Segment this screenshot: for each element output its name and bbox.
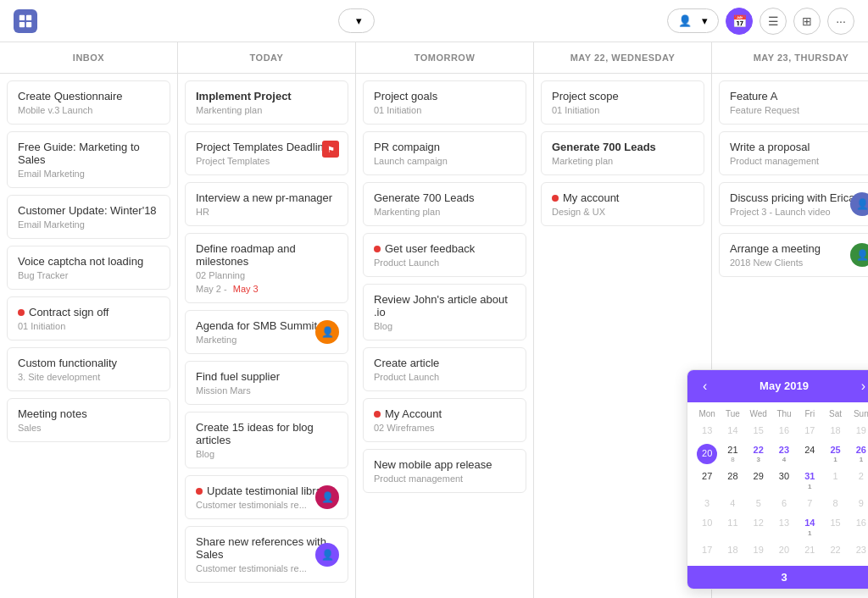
calendar-month-title: May 2019 <box>760 379 809 392</box>
calendar-day[interactable]: 19 <box>746 541 771 559</box>
calendar-day[interactable]: 4 <box>720 495 745 512</box>
calendar-day[interactable]: 7 <box>797 495 822 512</box>
card-today-2[interactable]: Interview a new pr-managerHR <box>185 182 348 226</box>
calendar-day[interactable]: 13 <box>694 422 720 440</box>
card-subtitle: Feature Request <box>730 105 868 115</box>
card-inbox-0[interactable]: Create QuestionnaireMobile v.3 Launch <box>7 80 170 125</box>
calendar-day[interactable]: 27 <box>694 468 720 492</box>
card-inbox-5[interactable]: Custom functionality3. Site development <box>7 347 170 391</box>
card-may22-1[interactable]: Generate 700 LeadsMarketing plan <box>541 131 704 175</box>
card-tomorrow-6[interactable]: My Account02 Wireframes <box>363 398 526 442</box>
card-inbox-2[interactable]: Customer Update: Winter'18Email Marketin… <box>7 195 170 239</box>
calendar-day[interactable]: 223 <box>746 441 771 466</box>
calendar-day[interactable]: 5 <box>746 495 771 512</box>
card-tomorrow-2[interactable]: Generate 700 LeadsMarkenting plan <box>363 182 526 226</box>
calendar-prev-button[interactable]: ‹ <box>699 379 710 394</box>
more-options-button[interactable]: ··· <box>827 8 854 35</box>
dropdown-arrow-icon: ▾ <box>702 14 708 27</box>
calendar-day[interactable]: 261 <box>849 441 868 466</box>
calendar-day[interactable]: 15 <box>746 422 771 440</box>
calendar-day[interactable]: 1 <box>822 468 848 492</box>
card-tomorrow-1[interactable]: PR compaignLaunch campaign <box>363 131 526 175</box>
card-subtitle: 02 Wireframes <box>374 423 515 433</box>
app-logo <box>14 9 37 33</box>
card-title: Create article <box>374 357 515 369</box>
calendar-day[interactable]: 22 <box>822 541 848 559</box>
card-inbox-3[interactable]: Voice captcha not loadingBug Tracker <box>7 246 170 290</box>
card-title: Contract sign off <box>18 306 159 318</box>
calendar-next-button[interactable]: › <box>858 379 868 394</box>
card-subtitle: Project 3 - Launch video <box>730 207 868 217</box>
calendar-day[interactable]: 12 <box>746 514 771 539</box>
calendar-day[interactable]: 24 <box>797 441 822 466</box>
calendar-view-button[interactable]: 📅 <box>726 8 753 35</box>
card-title: New mobile app release <box>374 458 515 471</box>
card-inbox-6[interactable]: Meeting notesSales <box>7 398 170 442</box>
calendar-day[interactable]: 2 <box>849 468 868 492</box>
calendar-day[interactable]: 234 <box>771 441 797 466</box>
calendar-day[interactable]: 18 <box>822 422 848 440</box>
card-title: Project Templates Deadline <box>196 141 337 153</box>
calendar-day[interactable]: 17 <box>797 422 822 440</box>
card-subtitle: Launch campaign <box>374 156 515 166</box>
calendar-day[interactable]: 10 <box>694 514 720 539</box>
card-today-8[interactable]: Share new references with SalesCustomer … <box>185 526 348 583</box>
card-may23-2[interactable]: Discuss pricing with EricaProject 3 - La… <box>719 182 868 226</box>
calendar-day[interactable]: 141 <box>797 514 822 539</box>
card-may23-3[interactable]: Arrange a meeting2018 New Clients👤 <box>719 233 868 277</box>
card-tomorrow-4[interactable]: Review John's article about .ioBlog <box>363 284 526 341</box>
calendar-day[interactable]: 23 <box>849 541 868 559</box>
calendar-day[interactable]: 19 <box>849 422 868 440</box>
calendar-day[interactable]: 15 <box>822 514 848 539</box>
calendar-day[interactable]: 251 <box>822 441 848 466</box>
calendar-day[interactable]: 16 <box>849 514 868 539</box>
column-inbox: INBOXCreate QuestionnaireMobile v.3 Laun… <box>0 42 178 598</box>
card-today-4[interactable]: Agenda for SMB SummitMarketing👤 <box>185 310 348 354</box>
calendar-day[interactable]: 20 <box>771 541 797 559</box>
grid-view-button[interactable]: ⊞ <box>793 8 821 35</box>
card-title: Interview a new pr-manager <box>196 191 337 204</box>
calendar-day[interactable]: 6 <box>771 495 797 512</box>
calendar-days-header: MonTueWedThuFriSatSun <box>694 409 868 418</box>
card-tomorrow-5[interactable]: Create articleProduct Launch <box>363 347 526 391</box>
card-today-7[interactable]: Update testimonial libraryCustomer testi… <box>185 475 348 519</box>
calendar-day[interactable]: 311 <box>797 468 822 492</box>
card-today-5[interactable]: Find fuel supplierMission Mars <box>185 361 348 405</box>
card-tomorrow-3[interactable]: Get user feedbackProduct Launch <box>363 233 526 277</box>
card-subtitle: 02 Planning <box>196 270 337 280</box>
calendar-day[interactable]: 16 <box>771 422 797 440</box>
column-today: TODAYImplement ProjectMarkenting planPro… <box>178 42 356 598</box>
calendar-day[interactable]: 28 <box>720 468 745 492</box>
view-for-button[interactable]: 👤 ▾ <box>667 8 719 33</box>
card-inbox-4[interactable]: Contract sign off01 Initiation <box>7 296 170 341</box>
calendar-day[interactable]: 13 <box>771 514 797 539</box>
card-may22-2[interactable]: My accountDesign & UX <box>541 182 704 226</box>
card-today-1[interactable]: Project Templates DeadlineProject Templa… <box>185 131 348 175</box>
card-tomorrow-0[interactable]: Project goals01 Initiation <box>363 80 526 125</box>
calendar-day[interactable]: 21 <box>797 541 822 559</box>
card-may23-0[interactable]: Feature AFeature Request <box>719 80 868 125</box>
calendar-day[interactable]: 3 <box>694 495 720 512</box>
card-may22-0[interactable]: Project scope01 Initiation <box>541 80 704 125</box>
calendar-day[interactable]: 9 <box>849 495 868 512</box>
card-today-6[interactable]: Create 15 ideas for blog articlesBlog <box>185 412 348 468</box>
calendar-day[interactable]: 8 <box>822 495 848 512</box>
calendar-day[interactable]: 11 <box>720 514 745 539</box>
list-view-button[interactable]: ☰ <box>760 8 787 35</box>
card-today-0[interactable]: Implement ProjectMarkenting plan <box>185 80 348 125</box>
calendar-day[interactable]: 29 <box>746 468 771 492</box>
calendar-icon: 📅 <box>732 14 747 28</box>
calendar-day[interactable]: 30 <box>771 468 797 492</box>
calendar-day[interactable]: 18 <box>720 541 745 559</box>
calendar-day[interactable]: 20 <box>697 444 717 464</box>
card-tomorrow-7[interactable]: New mobile app releaseProduct management <box>363 449 526 493</box>
card-today-3[interactable]: Define roadmap and milestones02 Planning… <box>185 233 348 303</box>
card-may23-1[interactable]: Write a proposalProduct management <box>719 131 868 175</box>
calendar-day[interactable]: 17 <box>694 541 720 559</box>
calendar-day[interactable]: 14 <box>720 422 745 440</box>
card-inbox-1[interactable]: Free Guide: Marketing to SalesEmail Mark… <box>7 131 170 188</box>
calendar-day[interactable]: 218 <box>720 441 745 466</box>
topbar-right: 👤 ▾ 📅 ☰ ⊞ ··· <box>667 8 854 35</box>
card-title: Write a proposal <box>730 141 868 153</box>
action-required-button[interactable]: ▾ <box>338 8 375 33</box>
